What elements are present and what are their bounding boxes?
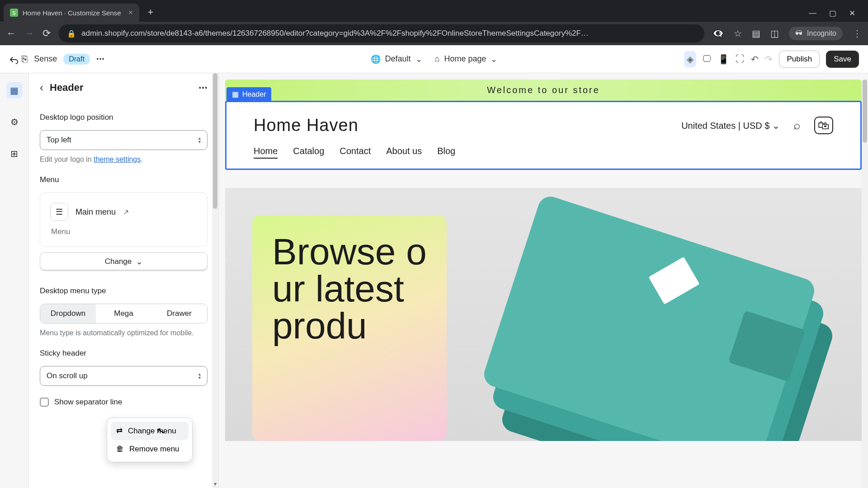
reload-icon[interactable]: ⟳ (42, 28, 51, 39)
chevron-down-icon: ⌄ (136, 257, 142, 267)
main-nav: Home Catalog Contact About us Blog (254, 146, 833, 159)
browser-tab[interactable]: s Home Haven · Customize Sense × (4, 4, 139, 22)
trash-icon: 🗑 (116, 445, 124, 454)
main-menu-label: Main menu (75, 207, 116, 217)
inspector-icon[interactable]: ◈ (684, 51, 696, 67)
change-btn-label: Change (105, 257, 132, 266)
search-icon[interactable]: ⌕ (793, 118, 801, 132)
hero-section[interactable]: Browse our latest produ (225, 188, 862, 441)
chevron-down-icon: ⌄ (491, 54, 497, 64)
close-tab-icon[interactable]: × (128, 8, 133, 17)
nav-catalog[interactable]: Catalog (293, 146, 324, 159)
menu-label: Menu (40, 175, 208, 184)
theme-settings-link[interactable]: theme settings (94, 155, 141, 163)
seg-drawer[interactable]: Drawer (151, 304, 207, 323)
minimize-icon[interactable]: — (809, 9, 816, 18)
menu-type-segmented[interactable]: Dropdown Mega Drawer (40, 304, 208, 324)
change-menu-button[interactable]: Change ⌄ (40, 252, 208, 271)
separator-checkbox-row[interactable]: Show separator line (40, 398, 208, 407)
panel-more-icon[interactable]: ··· (198, 81, 208, 94)
page-select[interactable]: ⌂ Home page ⌄ (435, 54, 498, 64)
chevron-down-icon: ⌄ (415, 54, 422, 64)
nav-contact[interactable]: Contact (340, 146, 371, 159)
mode-select[interactable]: 🌐 Default ⌄ (371, 54, 422, 64)
chevron-down-icon: ⌄ (772, 121, 780, 131)
home-icon: ⌂ (435, 54, 440, 64)
cart-icon[interactable]: 🛍 (814, 117, 833, 134)
sections-rail-icon[interactable]: ▦ (6, 82, 23, 99)
close-window-icon[interactable]: ✕ (849, 9, 855, 18)
shopify-favicon: s (10, 9, 18, 17)
kebab-menu-icon[interactable]: ⋮ (853, 28, 862, 39)
header-section-tag[interactable]: ▦ Header (226, 87, 271, 101)
publish-button[interactable]: Publish (779, 51, 820, 68)
remove-menu-item[interactable]: 🗑 Remove menu (111, 440, 189, 458)
desktop-menu-type-label: Desktop menu type (40, 286, 208, 296)
mode-label: Default (385, 54, 411, 64)
logo-position-label: Desktop logo position (40, 113, 208, 122)
sticky-header-select[interactable]: On scroll up ▴▾ (40, 366, 208, 386)
forward-icon[interactable]: → (24, 28, 34, 39)
nav-about[interactable]: About us (386, 146, 422, 159)
save-button[interactable]: Save (826, 51, 859, 68)
reader-icon[interactable]: ▤ (752, 28, 760, 39)
status-badge: Draft (63, 54, 90, 65)
fullscreen-icon[interactable]: ⛶ (736, 54, 745, 64)
incognito-badge[interactable]: 🕶 Incognito (789, 27, 843, 40)
left-rail: ▦ ⚙ ⊞ (0, 73, 29, 488)
panel-title: Header (50, 82, 84, 94)
sticky-value: On scroll up (47, 371, 88, 380)
logo-helper: Edit your logo in theme settings. (40, 155, 208, 164)
globe-icon: 🌐 (371, 54, 381, 64)
scrollbar-thumb[interactable] (863, 80, 867, 143)
tab-title: Home Haven · Customize Sense (23, 9, 121, 17)
theme-settings-rail-icon[interactable]: ⚙ (6, 114, 23, 130)
preview-canvas: Welcome to our store ▦ Header Home Haven… (219, 73, 868, 488)
change-menu-item[interactable]: ⇄ Change menu (111, 422, 189, 440)
new-tab-button[interactable]: + (143, 5, 158, 20)
incognito-label: Incognito (807, 29, 836, 38)
canvas-scrollbar[interactable] (862, 80, 868, 488)
undo-icon[interactable]: ↶ (751, 54, 759, 65)
menu-sub-label: Menu (50, 227, 197, 236)
back-icon[interactable]: ← (6, 28, 16, 39)
announcement-bar[interactable]: Welcome to our store (225, 80, 862, 101)
url-text: admin.shopify.com/store/de8143-a6/themes… (81, 29, 589, 38)
locale-selector[interactable]: United States | USD $ ⌄ (681, 120, 780, 131)
redo-icon[interactable]: ↷ (765, 54, 773, 65)
menu-type-note: Menu type is automatically optimized for… (40, 329, 208, 337)
nav-blog[interactable]: Blog (437, 146, 455, 159)
sticky-header-label: Sticky header (40, 349, 208, 358)
panel-back-icon[interactable]: ‹ (40, 81, 43, 94)
nav-home[interactable]: Home (254, 146, 278, 159)
mobile-icon[interactable]: 📱 (718, 54, 729, 65)
seg-dropdown[interactable]: Dropdown (40, 304, 96, 323)
logo-position-select[interactable]: Top left ▴▾ (40, 130, 208, 150)
select-caret-icon: ▴▾ (198, 136, 201, 144)
swap-icon: ⇄ (116, 426, 123, 436)
checkbox-icon[interactable] (40, 398, 49, 407)
more-actions-icon[interactable]: ··· (96, 53, 104, 65)
star-icon[interactable]: ☆ (734, 28, 742, 39)
store-logo[interactable]: Home Haven (254, 116, 359, 135)
page-label: Home page (444, 54, 486, 64)
maximize-icon[interactable]: ▢ (829, 9, 836, 18)
app-embeds-rail-icon[interactable]: ⊞ (6, 145, 23, 162)
external-link-icon[interactable]: ↗ (123, 208, 129, 216)
menu-resource-card: ☰ Main menu ↗ Menu (40, 192, 208, 247)
header-section-selected[interactable]: ▦ Header Home Haven United States | USD … (225, 101, 862, 170)
seg-mega[interactable]: Mega (96, 304, 151, 323)
separator-label: Show separator line (54, 398, 122, 407)
scroll-down-icon[interactable]: ▾ (212, 481, 218, 487)
hero-heading: Browse our latest produ (272, 233, 427, 344)
url-field[interactable]: 🔒 admin.shopify.com/store/de8143-a6/them… (59, 24, 704, 42)
exit-editor-icon[interactable]: ⎘ (9, 53, 28, 65)
incognito-icon: 🕶 (795, 29, 802, 38)
desktop-icon[interactable]: 🖵 (703, 54, 712, 64)
eye-off-icon[interactable]: 👁‍🗨 (712, 28, 724, 39)
logo-position-value: Top left (47, 136, 71, 145)
layout-icon: ▦ (232, 90, 239, 99)
change-menu-popup: ⇄ Change menu 🗑 Remove menu (107, 418, 193, 462)
panel-icon[interactable]: ◫ (770, 28, 779, 39)
settings-panel: ▾ ‹ Header ··· Desktop logo position Top… (29, 73, 219, 488)
